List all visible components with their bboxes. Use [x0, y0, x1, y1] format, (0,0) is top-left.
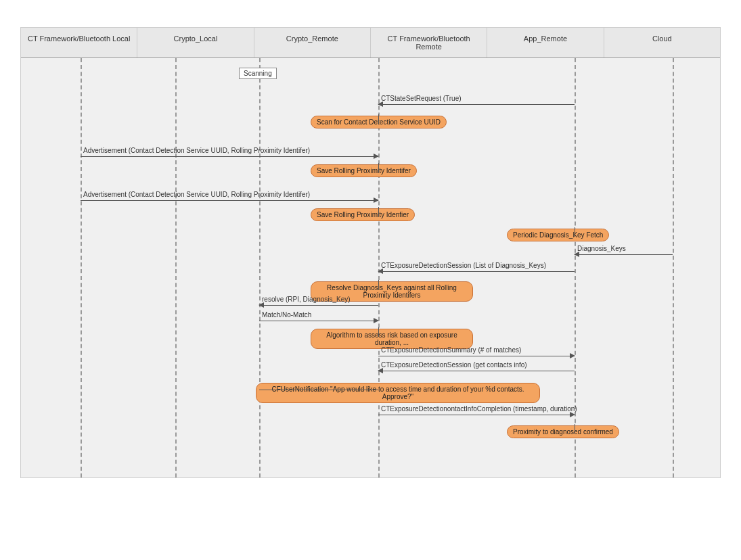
lifeline-crypto-remote	[259, 58, 261, 477]
arrow-line-16	[378, 415, 575, 415]
message-17: Proximity to diagnosed confirmed	[507, 425, 619, 438]
lane-label-crypto-local: Crypto_Local	[137, 28, 254, 57]
arrow-line-14	[378, 371, 575, 371]
self-arrow-1	[378, 114, 379, 124]
message-label-16: CTExposureDetectionontactInfoCompletion …	[381, 405, 577, 413]
message-label-13: CTExposureDetectionSummary (# of matches…	[381, 346, 521, 354]
message-label-7: Diagnosis_Keys	[577, 245, 626, 252]
lanes-header: CT Framework/Bluetooth LocalCrypto_Local…	[21, 28, 720, 58]
arrow-line-10	[259, 305, 378, 306]
lifeline-ct-local	[81, 58, 82, 477]
message-label-4: Advertisement (Contact Detection Service…	[83, 191, 310, 198]
arrow-line-15	[259, 390, 378, 390]
arrow-line-2	[81, 156, 378, 157]
arrow-line-4	[81, 200, 378, 201]
lifeline-crypto-local	[175, 58, 177, 477]
arrow-line-8	[378, 271, 575, 272]
lane-label-ct-remote: CT Framework/Bluetooth Remote	[371, 28, 487, 57]
message-label-11: Match/No-Match	[262, 311, 311, 319]
message-label-8: CTExposureDetectionSession (List of Diag…	[381, 262, 546, 269]
message-label-0: CTStateSetRequest (True)	[381, 95, 462, 102]
self-arrow-6	[575, 227, 575, 237]
diagram-container: CT Framework/Bluetooth LocalCrypto_Local…	[20, 27, 721, 478]
message-15: CFUserNotification "App would like to ac…	[256, 383, 540, 403]
lane-label-crypto-remote: Crypto_Remote	[254, 28, 371, 57]
arrow-line-0	[378, 104, 575, 105]
message-label-2: Advertisement (Contact Detection Service…	[83, 147, 310, 154]
lane-label-cloud: Cloud	[604, 28, 720, 57]
diagram-body: ScanningCTStateSetRequest (True)Scan for…	[21, 58, 720, 477]
message-label-14: CTExposureDetectionSession (get contacts…	[381, 361, 527, 369]
arrow-line-13	[378, 356, 575, 356]
scanning-activation: Scanning	[239, 68, 277, 79]
arrow-line-11	[259, 321, 378, 321]
self-arrow-3	[378, 163, 379, 172]
self-arrow-17	[575, 424, 575, 434]
self-arrow-12	[378, 327, 379, 337]
self-arrow-5	[378, 207, 379, 216]
lane-label-ct-local: CT Framework/Bluetooth Local	[21, 28, 137, 57]
message-5: Save Rolling Proximity Idenfier	[311, 208, 415, 221]
arrow-line-7	[575, 254, 673, 255]
self-arrow-9	[378, 280, 379, 289]
message-6: Periodic Diagnosis_Key Fetch	[507, 229, 609, 241]
lane-label-app-remote: App_Remote	[487, 28, 604, 57]
message-label-10: resolve (RPI, Diagnosis_Key)	[262, 296, 351, 303]
lifeline-cloud	[673, 58, 674, 477]
message-3: Save Rolling Proximity Identifer	[311, 164, 417, 177]
